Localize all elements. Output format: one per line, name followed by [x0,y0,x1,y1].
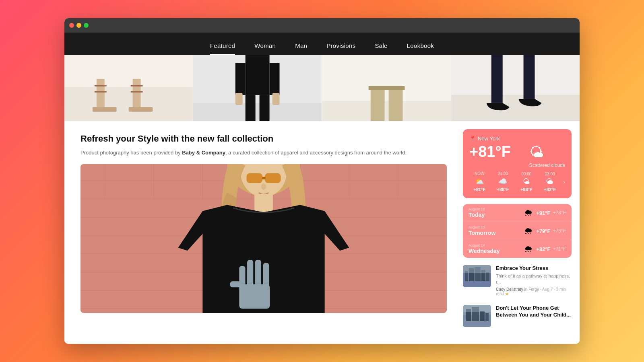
blog-title-1[interactable]: Don't Let Your Phone Get Between You and… [496,305,572,319]
weather-chevron-icon[interactable]: › [563,179,565,185]
forecast-icon-2: 🌧 [524,244,533,254]
svg-rect-2 [97,79,105,111]
svg-rect-74 [262,177,265,179]
browser-chrome [64,18,580,33]
hero-image-3 [322,55,451,121]
svg-rect-14 [270,63,280,95]
hour-icon-2: 🌤 [523,177,530,186]
maximize-dot[interactable] [84,23,89,28]
svg-rect-18 [260,95,270,121]
svg-rect-4 [95,85,107,86]
blog-thumb-image-0 [463,265,491,287]
forecast-high-1: +79°F [536,228,550,234]
svg-rect-72 [247,173,262,183]
svg-rect-100 [485,313,489,321]
nav-item-woman[interactable]: Woman [254,42,276,55]
svg-rect-93 [486,272,489,281]
forecast-date-2: August 14 Wednesday [469,243,521,255]
svg-rect-77 [239,284,270,309]
hour-temp-0: +81°F [473,187,485,192]
forecast-date-0: August 12 Today [469,207,521,218]
svg-rect-13 [235,63,246,95]
minimize-dot[interactable] [76,23,81,28]
hero-strip [64,55,580,121]
weather-main-icon: 🌤 [529,144,565,161]
svg-rect-24 [388,87,402,121]
browser-window: Featured Woman Man Provisions Sale Lookb… [64,18,580,344]
blog-author-0: Cody Delistraty [496,287,523,292]
forecast-high-0: +91°F [536,210,550,216]
blog-star-0: ★ [505,292,509,296]
weather-hour-3: 03:00 🌥 +83°F [540,172,560,192]
weather-widget: 📍 New York +81°F 🌤 Scattered clouds NOW [463,129,572,198]
forecast-temps-1: +79°F +75°F [536,228,566,234]
forecast-temps-0: +91°F +78°F [536,210,566,216]
hour-time-2: 00:00 [521,172,531,176]
svg-rect-99 [480,311,485,321]
forecast-icon-0: 🌧 [524,208,533,218]
svg-rect-20 [322,101,451,121]
hero-image-4 [451,55,580,121]
svg-rect-8 [131,85,143,86]
nav-item-sale[interactable]: Sale [375,42,387,55]
blog-thumb-image-1 [463,305,491,327]
svg-rect-7 [129,107,153,112]
forecast-day-1: Tomorrow [469,230,495,236]
weather-main-row: +81°F 🌤 Scattered clouds [469,144,565,168]
forecast-temps-2: +82°F +71°F [536,246,566,252]
svg-rect-16 [272,93,280,105]
hour-icon-3: 🌥 [546,177,553,186]
hour-time-1: 21:00 [498,171,508,176]
svg-rect-11 [193,103,322,121]
hour-temp-2: +88°F [520,187,533,192]
blog-thumb-1 [463,305,491,327]
close-dot[interactable] [69,23,74,28]
svg-rect-76 [254,194,273,213]
nav-bar: Featured Woman Man Provisions Sale Lookb… [64,33,580,55]
weather-hourly: NOW ⛅ +81°F 21:00 ☁️ +88°F 00:00 🌤 +88°F [469,171,565,192]
weather-description: Scattered clouds [529,162,565,168]
svg-rect-1 [64,87,193,121]
forecast-date-label-0: August 12 [469,207,521,211]
blog-meta-0: Cody Delistraty in Forge · Aug 7 · 3 min… [496,287,572,296]
blog-title-0[interactable]: Embrace Your Stress [496,265,572,272]
brand-name: Baby & Company [182,150,225,156]
svg-rect-17 [246,95,256,121]
left-panel: Refresh your Style with the new fall col… [64,121,463,344]
blog-info-1: Don't Let Your Phone Get Between You and… [496,305,572,320]
hour-icon-1: ☁️ [498,177,507,186]
svg-rect-15 [235,93,243,105]
svg-rect-73 [265,173,281,183]
forecast-date-label-1: August 13 [469,225,521,229]
svg-rect-101 [463,305,491,312]
forecast-low-2: +71°F [553,246,566,252]
nav-item-man[interactable]: Man [295,42,307,55]
svg-rect-9 [131,91,143,93]
nav-item-featured[interactable]: Featured [210,42,235,55]
forecast-icon-1: 🌧 [524,226,533,236]
city-name: New York [478,136,500,142]
svg-rect-82 [230,282,241,288]
weather-hour-0: NOW ⛅ +81°F [469,171,489,192]
blog-info-0: Embrace Your Stress Think of it as a pat… [496,265,572,296]
svg-rect-6 [133,79,141,111]
right-panel: 📍 New York +81°F 🌤 Scattered clouds NOW [463,121,580,344]
featured-image [80,164,447,313]
svg-rect-81 [263,263,269,288]
main-content: Refresh your Style with the new fall col… [64,121,580,344]
nav-item-lookbook[interactable]: Lookbook [407,42,434,55]
forecast-day-0: Today [469,212,485,218]
forecast-date-label-2: August 14 [469,243,521,247]
hero-image-1 [64,55,193,121]
svg-rect-12 [246,55,270,95]
svg-rect-3 [93,107,117,112]
forecast-day-2: Wednesday [469,248,500,254]
hour-temp-3: +83°F [544,187,556,192]
page-title: Refresh your Style with the new fall col… [80,133,447,145]
forecast-row-1: August 13 Tomorrow 🌧 +79°F +75°F [463,222,572,240]
nav-item-provisions[interactable]: Provisions [326,42,355,55]
location-pin-icon: 📍 [469,136,476,142]
svg-rect-27 [451,95,580,121]
forecast-high-2: +82°F [536,246,550,252]
forecast-date-1: August 13 Tomorrow [469,225,521,237]
